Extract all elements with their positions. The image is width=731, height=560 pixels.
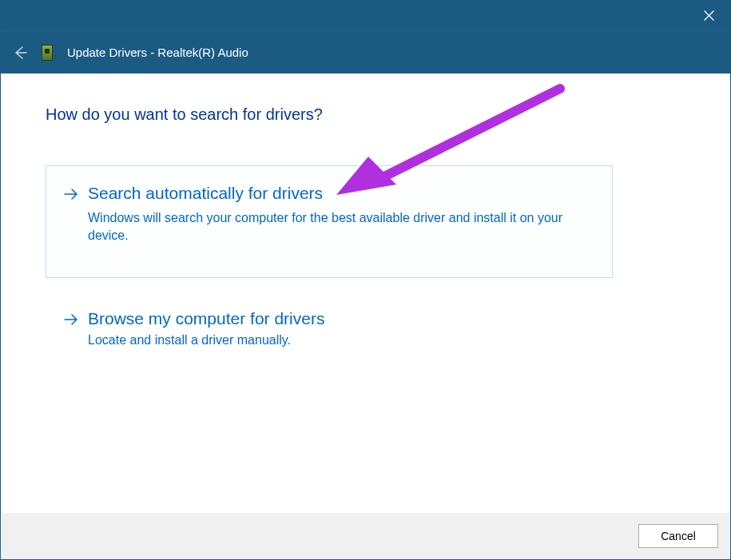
footer-bar: Cancel: [2, 513, 729, 559]
option-browse-computer[interactable]: Browse my computer for drivers Locate an…: [46, 308, 613, 350]
option-description: Windows will search your computer for th…: [88, 209, 583, 245]
cancel-button[interactable]: Cancel: [638, 524, 718, 548]
content-area: How do you want to search for drivers? S…: [1, 73, 730, 350]
option-title: Browse my computer for drivers: [88, 309, 324, 328]
window-title: Update Drivers - Realtek(R) Audio: [67, 46, 248, 59]
option-description: Locate and install a driver manually.: [88, 332, 324, 349]
close-icon: [704, 10, 714, 21]
option-text: Browse my computer for drivers Locate an…: [88, 309, 324, 349]
options-list: Search automatically for drivers Windows…: [46, 165, 685, 350]
device-icon: [42, 45, 53, 61]
option-search-automatically[interactable]: Search automatically for drivers Windows…: [46, 165, 613, 278]
option-title: Search automatically for drivers: [88, 184, 583, 203]
back-arrow-icon: [13, 46, 27, 60]
option-text: Search automatically for drivers Windows…: [88, 184, 583, 245]
titlebar: [1, 1, 730, 30]
arrow-right-icon: [64, 187, 78, 205]
page-heading: How do you want to search for drivers?: [46, 105, 685, 124]
close-button[interactable]: [687, 1, 730, 30]
back-button[interactable]: [13, 46, 27, 60]
header-bar: Update Drivers - Realtek(R) Audio: [1, 30, 730, 73]
arrow-right-icon: [64, 312, 78, 330]
